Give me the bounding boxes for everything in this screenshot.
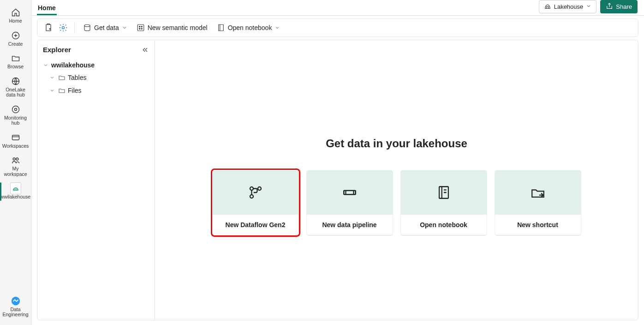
nav-onelake[interactable]: OneLake data hub [2,73,30,101]
share-button-label: Share [616,3,632,10]
tree-tables[interactable]: Tables [40,71,155,84]
get-data-button[interactable]: Get data [79,22,131,34]
lakehouse-thumb-icon [11,183,21,193]
card-icon-area [401,170,487,215]
svg-point-11 [139,26,140,27]
chevron-down-icon [122,25,127,30]
svg-point-16 [250,187,253,190]
svg-rect-4 [12,135,19,140]
people-icon [11,155,21,165]
body-area: Explorer wwilakehouse [31,40,644,325]
home-icon [11,7,21,18]
explorer-panel: Explorer wwilakehouse [37,40,155,320]
nav-monitoring-label: Monitoring hub [3,115,29,126]
chevron-double-left-icon [142,46,149,54]
nav-wwilakehouse[interactable]: wwilakehouse [2,181,30,203]
refresh-button[interactable] [42,21,55,34]
workspaces-icon [11,132,21,143]
nav-onelake-label: OneLake data hub [3,87,29,98]
lakehouse-dropdown-label: Lakehouse [554,3,584,10]
card-new-dataflow-gen2[interactable]: New Dataflow Gen2 [213,170,298,235]
content-area: Get data in your lakehouse New Dataflow … [155,40,638,320]
card-open-notebook[interactable]: Open notebook [401,170,487,235]
globe-icon [11,76,21,86]
chevron-down-icon [586,3,591,10]
share-icon [606,2,613,11]
svg-rect-10 [137,24,144,31]
svg-point-9 [84,24,90,27]
card-new-shortcut[interactable]: New shortcut [495,170,581,235]
nav-monitoring[interactable]: Monitoring hub [2,102,30,129]
collapse-explorer-button[interactable] [142,46,149,54]
nav-wwilakehouse-label: wwilakehouse [0,194,30,200]
svg-point-6 [16,158,18,160]
nav-browse[interactable]: Browse [2,50,30,72]
svg-point-12 [141,26,142,27]
tree-files[interactable]: Files [40,84,155,97]
new-semantic-model-button[interactable]: New semantic model [133,22,211,34]
settings-button[interactable] [57,21,70,34]
card-label: New data pipeline [307,215,393,235]
card-label: New Dataflow Gen2 [213,215,298,235]
main-column: Home Lakehouse Share [31,0,644,325]
pipeline-icon [342,185,358,200]
open-notebook-label: Open notebook [228,24,272,31]
card-icon-area [307,170,393,215]
card-icon-area [213,170,298,215]
nav-my-workspace-label: My workspace [3,166,29,177]
tree-root-wwilakehouse[interactable]: wwilakehouse [40,59,155,71]
folder-icon [11,53,21,63]
lakehouse-icon [544,2,551,11]
svg-point-18 [257,187,261,190]
nav-data-engineering-label: Data Engineering [2,307,28,318]
plus-circle-icon [11,30,21,41]
card-new-data-pipeline[interactable]: New data pipeline [307,170,393,235]
svg-point-14 [141,28,142,29]
chevron-right-icon [48,87,56,94]
svg-point-3 [14,108,17,110]
share-button[interactable]: Share [600,0,638,13]
open-notebook-button[interactable]: Open notebook [213,22,284,34]
body-frame: Explorer wwilakehouse [37,40,638,320]
cards-row: New Dataflow Gen2 New data pipeline [213,170,581,235]
toolbar-divider [74,22,75,33]
nav-my-workspace[interactable]: My workspace [2,152,30,180]
nav-browse-label: Browse [7,64,24,70]
page-tab-home[interactable]: Home [37,2,57,15]
nav-create[interactable]: Create [2,28,30,50]
svg-point-2 [12,106,19,113]
tree-tables-label: Tables [68,74,86,81]
shortcut-icon [530,185,546,200]
svg-point-8 [62,27,65,29]
svg-point-13 [139,28,140,29]
dataflow-icon [248,185,263,200]
explorer-header: Explorer [37,40,155,57]
nav-create-label: Create [8,42,23,47]
explorer-tree: wwilakehouse Tables [37,57,155,97]
explorer-title: Explorer [43,46,142,54]
folder-icon [58,86,66,95]
card-label: Open notebook [401,215,487,235]
nav-home[interactable]: Home [2,5,30,27]
monitor-icon [11,104,21,114]
lakehouse-dropdown[interactable]: Lakehouse [539,0,597,13]
toolbar: Get data New semantic model Open noteboo… [37,18,638,37]
content-heading: Get data in your lakehouse [326,137,467,150]
new-semantic-model-label: New semantic model [148,24,208,31]
nav-home-label: Home [9,18,22,24]
nav-workspaces-label: Workspaces [2,144,29,149]
left-navigation-rail: Home Create Browse OneLake data hub Moni… [0,0,31,325]
chevron-down-icon [274,25,280,30]
data-engineering-icon [11,296,21,306]
svg-rect-15 [218,24,223,31]
header-row: Home Lakehouse Share [31,0,644,16]
folder-icon [58,73,66,82]
svg-point-5 [13,158,15,160]
card-icon-area [495,170,581,215]
get-data-label: Get data [94,24,119,31]
nav-data-engineering[interactable]: Data Engineering [2,293,30,320]
tree-root-label: wwilakehouse [51,61,95,69]
chevron-right-icon [48,74,56,81]
nav-workspaces[interactable]: Workspaces [2,130,30,152]
card-label: New shortcut [495,215,581,235]
